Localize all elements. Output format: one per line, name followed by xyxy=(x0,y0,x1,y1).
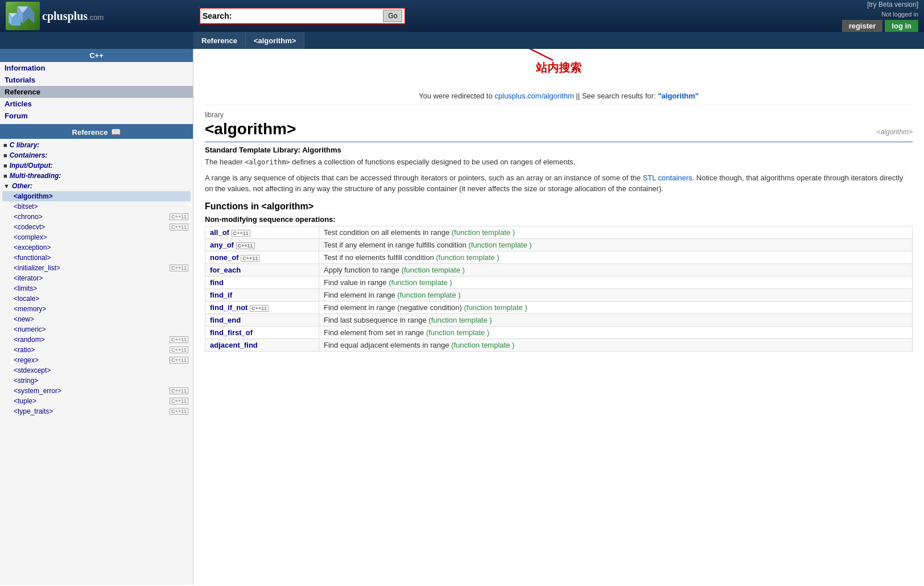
ref-item-algorithm[interactable]: <algorithm> xyxy=(2,191,191,201)
func-cell-desc: Find element in range (negative conditio… xyxy=(319,301,913,313)
subsection-title: Non-modifying sequence operations: xyxy=(205,215,913,224)
redirect-link[interactable]: cplusplus.com/algorithm xyxy=(494,92,574,100)
redirect-notice: You were redirected to cplusplus.com/alg… xyxy=(205,87,913,105)
ref-item-new[interactable]: <new> xyxy=(2,314,191,324)
sidebar-item-tutorials[interactable]: Tutorials xyxy=(0,74,193,86)
function-table: all_of C++11 Test condition on all eleme… xyxy=(205,226,913,352)
std-desc1: The header <algorithm> defines a collect… xyxy=(205,156,913,168)
ref-group-other[interactable]: ▼ Other: xyxy=(2,181,191,191)
search-results-text: See search results for: xyxy=(582,92,658,100)
table-row: find_end Find last subsequence in range … xyxy=(205,313,913,326)
layout: C++ Information Tutorials Reference Arti… xyxy=(0,49,924,585)
func-cell-name[interactable]: find_first_of xyxy=(205,326,319,339)
page-title-right: <algorithm> xyxy=(877,128,913,136)
func-cell-name[interactable]: adjacent_find xyxy=(205,339,319,351)
ref-item-memory[interactable]: <memory> xyxy=(2,304,191,314)
search-input[interactable] xyxy=(235,10,383,22)
nav-tab-algorithm[interactable]: <algorithm> xyxy=(246,32,304,49)
ref-item-regex[interactable]: <regex>C++11 xyxy=(2,355,191,365)
logo-text: cplusplus xyxy=(42,10,88,22)
nav-tab-reference[interactable]: Reference xyxy=(193,32,246,49)
logo-com: .com xyxy=(88,13,104,22)
beta-link[interactable]: [try Beta version] xyxy=(867,1,918,9)
ref-item-numeric[interactable]: <numeric> xyxy=(2,324,191,335)
not-logged-text: Not logged in xyxy=(881,11,918,18)
nav-bar: Reference <algorithm> xyxy=(0,32,924,49)
ref-item-type-traits[interactable]: <type_traits>C++11 xyxy=(2,406,191,416)
func-cell-name[interactable]: find_end xyxy=(205,313,319,326)
ref-item-random[interactable]: <random>C++11 xyxy=(2,335,191,345)
page-label: library xyxy=(205,111,913,119)
sidebar-item-forum[interactable]: Forum xyxy=(0,110,193,122)
header-right: [try Beta version] Not logged in registe… xyxy=(842,1,918,32)
ref-item-tuple[interactable]: <tuple>C++11 xyxy=(2,396,191,406)
func-cell-desc: Find last subsequence in range (function… xyxy=(319,313,913,326)
ref-icon: 📖 xyxy=(111,127,121,137)
ref-item-functional[interactable]: <functional> xyxy=(2,253,191,263)
ref-item-complex[interactable]: <complex> xyxy=(2,232,191,242)
expand-clibrary-icon: ■ xyxy=(3,142,7,148)
sidebar-item-information[interactable]: Information xyxy=(0,62,193,74)
search-label: Search: xyxy=(203,11,235,20)
ref-section: Reference 📖 ■ C library: ■ Containers: ■… xyxy=(0,124,193,418)
func-cell-desc: Test if any element in range fulfills co… xyxy=(319,238,913,251)
ref-item-exception[interactable]: <exception> xyxy=(2,242,191,253)
func-cell-name[interactable]: any_of C++11 xyxy=(205,238,319,251)
table-row: none_of C++11 Test if no elements fulfil… xyxy=(205,251,913,263)
func-cell-name[interactable]: find_if_not C++11 xyxy=(205,301,319,313)
login-button[interactable]: log in xyxy=(885,20,918,32)
func-cell-desc: Test condition on all elements in range … xyxy=(319,226,913,238)
ref-item-limits[interactable]: <limits> xyxy=(2,283,191,294)
other-items: <algorithm> <bitset> <chrono>C++11 <code… xyxy=(2,191,191,416)
ref-item-ratio[interactable]: <ratio>C++11 xyxy=(2,345,191,355)
sidebar: C++ Information Tutorials Reference Arti… xyxy=(0,49,193,585)
ref-item-iterator[interactable]: <iterator> xyxy=(2,273,191,283)
std-desc2: A range is any sequence of objects that … xyxy=(205,172,913,195)
nav-right-buttons xyxy=(918,32,924,49)
func-cell-desc: Find element in range (function template… xyxy=(319,288,913,301)
cpp-section-header: C++ xyxy=(0,49,193,62)
ref-group-threading[interactable]: ■ Multi-threading: xyxy=(2,171,191,181)
table-row: find Find value in range (function templ… xyxy=(205,276,913,288)
title-divider xyxy=(205,142,913,142)
func-cell-desc: Find value in range (function template ) xyxy=(319,276,913,288)
func-cell-name[interactable]: none_of C++11 xyxy=(205,251,319,263)
search-results-link[interactable]: "algorithm" xyxy=(658,92,699,100)
sidebar-nav-items: Information Tutorials Reference Articles… xyxy=(0,62,193,122)
ref-item-stdexcept[interactable]: <stdexcept> xyxy=(2,365,191,375)
functions-title: Functions in <algorithm> xyxy=(205,201,913,212)
table-row: adjacent_find Find equal adjacent elemen… xyxy=(205,339,913,351)
ref-group-io[interactable]: ■ Input/Output: xyxy=(2,160,191,171)
table-row: for_each Apply function to range (functi… xyxy=(205,263,913,276)
expand-io-icon: ■ xyxy=(3,162,7,169)
func-cell-name[interactable]: for_each xyxy=(205,263,319,276)
expand-threading-icon: ■ xyxy=(3,172,7,179)
redirect-text: You were redirected to xyxy=(419,92,494,100)
ref-item-system-error[interactable]: <system_error>C++11 xyxy=(2,386,191,396)
ref-item-initializer-list[interactable]: <initializer_list>C++11 xyxy=(2,263,191,273)
logo-icon xyxy=(6,2,40,30)
ref-item-bitset[interactable]: <bitset> xyxy=(2,201,191,212)
register-button[interactable]: register xyxy=(842,20,883,32)
ref-groups: ■ C library: ■ Containers: ■ Input/Outpu… xyxy=(0,139,193,418)
sidebar-item-reference[interactable]: Reference xyxy=(0,86,193,98)
func-cell-desc: Find equal adjacent elements in range (f… xyxy=(319,339,913,351)
go-button[interactable]: Go xyxy=(383,10,402,22)
annotation-area: 站内搜索 xyxy=(205,60,913,76)
ref-item-string[interactable]: <string> xyxy=(2,375,191,386)
ref-item-chrono[interactable]: <chrono>C++11 xyxy=(2,212,191,222)
func-cell-name[interactable]: all_of C++11 xyxy=(205,226,319,238)
expand-containers-icon: ■ xyxy=(3,152,7,159)
search-area: Search: Go xyxy=(199,7,842,24)
func-cell-name[interactable]: find xyxy=(205,276,319,288)
ref-group-containers[interactable]: ■ Containers: xyxy=(2,150,191,160)
func-cell-desc: Test if no elements fulfill condition (f… xyxy=(319,251,913,263)
header: cplusplus.com Search: Go [try Beta versi… xyxy=(0,0,924,32)
sidebar-item-articles[interactable]: Articles xyxy=(0,98,193,110)
ref-item-locale[interactable]: <locale> xyxy=(2,294,191,304)
ref-item-codecvt[interactable]: <codecvt>C++11 xyxy=(2,222,191,232)
ref-group-clibrary[interactable]: ■ C library: xyxy=(2,140,191,150)
expand-other-icon: ▼ xyxy=(3,183,10,189)
func-cell-name[interactable]: find_if xyxy=(205,288,319,301)
page-title: <algorithm> xyxy=(205,120,296,138)
